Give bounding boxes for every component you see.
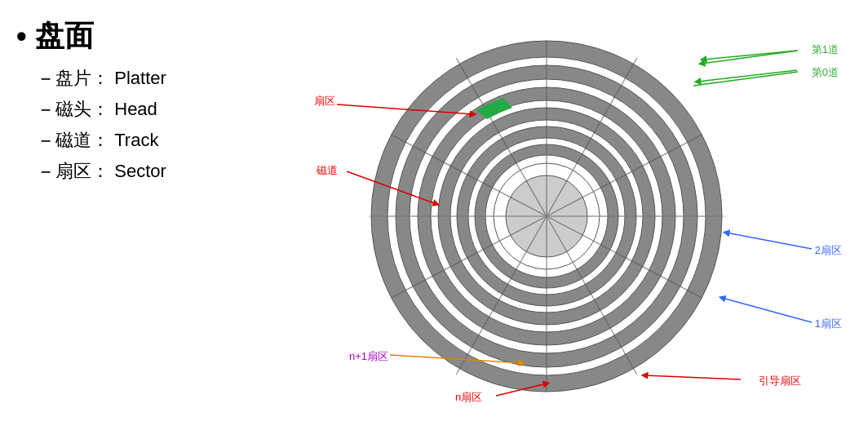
platter-en: Platter (114, 68, 166, 89)
sector-cn: 扇区： (55, 159, 109, 184)
track-label: 磁道 (317, 163, 338, 178)
platter-cn: 盘片： (55, 66, 109, 91)
head-en: Head (114, 99, 157, 120)
left-panel: • 盘面 – 盘片： Platter – 磁头： Head – 磁道： Trac… (16, 16, 277, 190)
sector2-label: 2扇区 (815, 243, 842, 258)
track1-label: 第1道 (812, 42, 839, 57)
sub-items-list: – 盘片： Platter – 磁头： Head – 磁道： Track – 扇… (41, 66, 277, 184)
track-cn: 磁道： (55, 128, 109, 153)
sector-en: Sector (114, 161, 166, 182)
item-track: – 磁道： Track (41, 128, 277, 153)
head-cn: 磁头： (55, 97, 109, 122)
sectorn-label: n扇区 (455, 390, 482, 405)
track0-label: 第0道 (812, 65, 839, 80)
disk-diagram: 第1道 第0道 (294, 8, 848, 432)
item-head: – 磁头： Head (41, 97, 277, 122)
sector1-label: 1扇区 (815, 317, 842, 331)
sectorn1-label: n+1扇区 (349, 349, 388, 364)
disk-svg (294, 8, 848, 432)
sector-label: 扇区 (314, 94, 335, 109)
title-text: 盘面 (35, 16, 94, 56)
bullet-point: • (16, 20, 27, 54)
item-platter: – 盘片： Platter (41, 66, 277, 91)
main-title: • 盘面 (16, 16, 277, 56)
item-sector: – 扇区： Sector (41, 159, 277, 184)
track-en: Track (114, 130, 158, 151)
lead-sector-label: 引导扇区 (759, 374, 801, 388)
